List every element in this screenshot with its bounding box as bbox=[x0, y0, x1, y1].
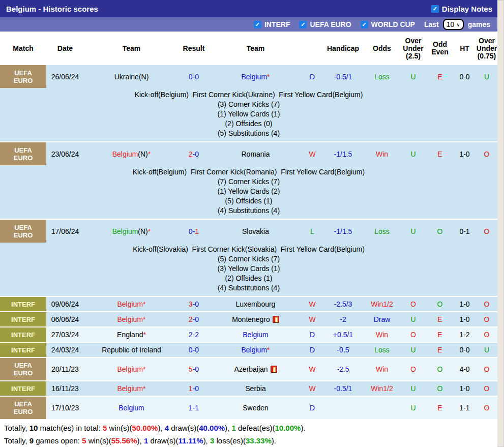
text-segment: 10 bbox=[29, 424, 38, 432]
match-row: UEFA EURO20/11/23Belgium*5-0AzerbaijanW-… bbox=[0, 358, 497, 380]
filter-world-cup: ✓ WORLD CUP bbox=[361, 20, 415, 28]
over-under-25: U bbox=[400, 315, 427, 323]
text-segment: (N) bbox=[138, 150, 147, 158]
text-segment: 1 bbox=[189, 384, 193, 393]
text-segment: draw(s)( bbox=[148, 436, 178, 445]
text-segment: 33.33% bbox=[246, 436, 272, 445]
match-date: 06/06/24 bbox=[46, 315, 84, 323]
away-team: Romania bbox=[209, 150, 303, 158]
text-segment: 2 bbox=[189, 331, 193, 339]
over-under-25: U bbox=[400, 73, 427, 81]
match-date: 23/06/24 bbox=[46, 150, 84, 158]
text-segment: games open: bbox=[34, 436, 82, 445]
text-segment: 50.00% bbox=[132, 424, 158, 432]
note-line: Kick-off(Belgium) First Corner Kick(Ukra… bbox=[0, 90, 497, 100]
text-segment: Belgium bbox=[112, 150, 138, 158]
away-team: Luxembourg bbox=[209, 300, 303, 308]
away-team: Belgium* bbox=[209, 73, 303, 81]
red-card-icon bbox=[271, 366, 277, 373]
last-games-select[interactable]: 10 ∨ bbox=[443, 19, 464, 30]
handicap-value: -2 bbox=[322, 315, 364, 323]
wdl-letter: D bbox=[303, 73, 322, 81]
competition-badge: UEFA EURO bbox=[0, 397, 46, 419]
text-segment: ), bbox=[158, 424, 164, 432]
match-notes: Kick-off(Slovakia) First Corner Kick(Slo… bbox=[0, 243, 497, 296]
away-team: Belgium* bbox=[209, 346, 303, 354]
handicap-value: -2.5/3 bbox=[322, 300, 364, 308]
note-line: (1) Yellow Cards (1) bbox=[0, 109, 497, 119]
text-segment: 4 bbox=[165, 424, 169, 432]
home-team: Belgium* bbox=[84, 384, 179, 393]
match-row: INTERF09/06/24Belgium*3-0LuxembourgW-2.5… bbox=[0, 297, 497, 311]
over-under-25: O bbox=[400, 331, 427, 339]
odd-even: E bbox=[427, 404, 453, 412]
over-under-075: O bbox=[476, 384, 497, 393]
note-line: (5) Substitutions (4) bbox=[0, 129, 497, 138]
text-segment: match(es) in total: bbox=[38, 424, 103, 432]
text-segment: Slovakia bbox=[242, 227, 269, 235]
competition-badge: INTERF bbox=[0, 312, 46, 326]
text-segment: 0 bbox=[195, 150, 199, 158]
col-team2: Team bbox=[209, 45, 303, 52]
text-segment: 0 bbox=[195, 300, 199, 308]
matches-table-body: UEFA EURO26/06/24Ukraine(N)0-0Belgium*D-… bbox=[0, 65, 497, 420]
interf-checkbox[interactable]: ✓ bbox=[254, 21, 261, 28]
note-line: Kick-off(Belgium) First Corner Kick(Roma… bbox=[0, 167, 497, 177]
note-line: (5) Offsides (1) bbox=[0, 196, 497, 206]
competition-badge: INTERF bbox=[0, 381, 46, 396]
competition-badge: INTERF bbox=[0, 327, 46, 342]
handicap-odds-result: Win bbox=[364, 331, 400, 339]
text-segment: 0 bbox=[189, 227, 193, 235]
display-notes-checkbox[interactable]: ✓ bbox=[431, 5, 439, 13]
note-line: Kick-off(Slovakia) First Corner Kick(Slo… bbox=[0, 245, 497, 254]
text-segment: 2 bbox=[195, 331, 199, 339]
handicap-value: -1/1.5 bbox=[322, 227, 364, 235]
score: 0-0 bbox=[179, 73, 209, 81]
interf-label: INTERF bbox=[264, 20, 290, 28]
match-date: 26/06/24 bbox=[46, 73, 84, 81]
home-team: Republic of Ireland bbox=[84, 346, 179, 354]
away-team: Slovakia bbox=[209, 227, 303, 235]
text-segment: 10.00% bbox=[275, 424, 301, 432]
handicap-value: -0.5/1 bbox=[322, 73, 364, 81]
summary: Totally, 10 match(es) in total: 5 win(s)… bbox=[0, 420, 497, 447]
last-games-group: Last 10 ∨ games bbox=[424, 19, 490, 30]
match-block: INTERF06/06/24Belgium*2-0MontenegroW-2Dr… bbox=[0, 312, 497, 327]
text-segment: 0 bbox=[195, 384, 199, 393]
summary-line: Totally, 9 games open: 5 win(s)(55.56%),… bbox=[4, 434, 497, 447]
text-segment: * bbox=[143, 331, 145, 339]
col-ht: HT bbox=[453, 45, 476, 52]
match-block: INTERF27/03/24England*2-2BelgiumD+0.5/1W… bbox=[0, 327, 497, 343]
competition-badge: UEFA EURO bbox=[0, 358, 46, 380]
text-segment: Belgium bbox=[241, 346, 267, 354]
text-segment: Ukraine(N) bbox=[114, 73, 149, 81]
match-date: 16/11/23 bbox=[46, 384, 84, 393]
uefa-euro-checkbox[interactable]: ✓ bbox=[299, 21, 307, 28]
handicap-odds-result: Loss bbox=[364, 346, 400, 354]
over-under-25: U bbox=[400, 404, 427, 412]
over-under-075: U bbox=[476, 346, 497, 354]
wdl-letter: W bbox=[303, 300, 322, 308]
wdl-letter: L bbox=[303, 227, 322, 235]
over-under-25: U bbox=[400, 227, 427, 235]
note-line: (3) Corner Kicks (7) bbox=[0, 100, 497, 109]
match-row: UEFA EURO23/06/24Belgium(N)*2-0RomaniaW-… bbox=[0, 142, 497, 165]
text-segment: England bbox=[117, 331, 143, 339]
text-segment: 0 bbox=[195, 365, 199, 373]
away-team: Montenegro bbox=[209, 315, 303, 323]
score: 1-0 bbox=[179, 384, 209, 393]
col-odds: Odds bbox=[364, 45, 400, 52]
note-line: (3) Yellow Cards (1) bbox=[0, 264, 497, 274]
home-team: Belgium(N)* bbox=[84, 227, 179, 235]
col-handicap: Handicap bbox=[322, 45, 364, 52]
text-segment: 0 bbox=[189, 346, 193, 354]
odd-even: O bbox=[427, 384, 453, 393]
match-block: UEFA EURO17/06/24Belgium(N)*0-1SlovakiaL… bbox=[0, 220, 497, 297]
world-cup-checkbox[interactable]: ✓ bbox=[361, 21, 368, 28]
handicap-value: -2.5 bbox=[322, 365, 364, 373]
match-date: 24/03/24 bbox=[46, 346, 84, 354]
world-cup-label: WORLD CUP bbox=[371, 20, 415, 28]
handicap-odds-result: Win1/2 bbox=[364, 384, 400, 393]
text-segment: Montenegro bbox=[232, 315, 270, 323]
wdl-letter: D bbox=[303, 331, 322, 339]
